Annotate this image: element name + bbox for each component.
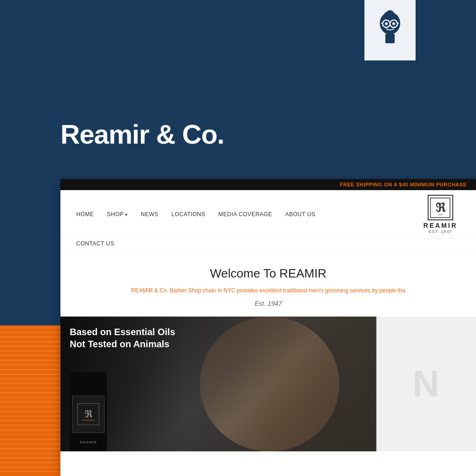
main-title: Reamir & Co. — [60, 119, 224, 150]
orange-lines-decoration — [0, 325, 60, 476]
overlay-line1: Based on Essential Oils — [70, 326, 175, 338]
svg-point-8 — [385, 22, 388, 25]
nav-bar-second: CONTACT US — [60, 239, 476, 252]
reamir-logo-badge: ℜ — [428, 195, 453, 220]
nav-about-us[interactable]: ABOUT US — [278, 203, 322, 226]
nav-bar: HOME SHOP NEWS LOCATIONS MEDIA COVERAGE … — [60, 190, 476, 239]
bottle-label: ℜ — [72, 396, 105, 433]
nav-news[interactable]: NEWS — [134, 203, 165, 226]
right-letter: N — [413, 363, 440, 405]
overlay-line2: Not Tested on Animals — [70, 338, 175, 350]
website-mockup: FREE SHIPPING ON A $40 MINIMUM PURCHASE … — [60, 179, 476, 476]
man-overlay-text: Based on Essential Oils Not Tested on An… — [70, 326, 175, 350]
man-image: Based on Essential Oils Not Tested on An… — [60, 317, 377, 451]
welcome-desc-text: REAMIR & Co. Barber Shop chain in NYC pr… — [131, 287, 405, 294]
bottom-image-area: Based on Essential Oils Not Tested on An… — [60, 317, 476, 451]
svg-text:ℜ: ℜ — [85, 409, 93, 419]
welcome-desc: REAMIR & Co. Barber Shop chain in NYC pr… — [129, 286, 408, 295]
welcome-est: Est. 1947 — [70, 300, 467, 307]
nav-shop[interactable]: SHOP — [100, 203, 134, 226]
bottle-brand-text: REAMIR — [70, 440, 107, 444]
nav-links: HOME SHOP NEWS LOCATIONS MEDIA COVERAGE … — [70, 203, 414, 226]
svg-rect-12 — [385, 34, 395, 43]
announcement-bar: FREE SHIPPING ON A $40 MINIMUM PURCHASE — [60, 179, 476, 190]
nav-contact-us[interactable]: CONTACT US — [70, 232, 121, 255]
nav-logo: ℜ REAMIR EST. 1947 — [414, 190, 467, 238]
reamir-brand-name: REAMIR — [423, 222, 457, 229]
reamir-est-year: EST. 1947 — [429, 229, 452, 234]
svg-point-2 — [384, 12, 389, 16]
svg-point-9 — [392, 22, 395, 25]
nerd-icon — [374, 7, 406, 53]
svg-text:ℜ: ℜ — [436, 201, 446, 215]
nav-media-coverage[interactable]: MEDIA COVERAGE — [212, 203, 279, 226]
nav-home[interactable]: HOME — [70, 203, 100, 226]
product-bottle: ℜ REAMIR — [70, 372, 107, 451]
logo-box — [364, 0, 416, 60]
right-partial-image: N — [376, 317, 476, 451]
welcome-section: Welcome To REAMIR REAMIR & Co. Barber Sh… — [60, 252, 476, 317]
nav-locations[interactable]: LOCATIONS — [165, 203, 212, 226]
welcome-title: Welcome To REAMIR — [70, 266, 467, 281]
announcement-text: FREE SHIPPING ON A $40 MINIMUM PURCHASE — [340, 182, 467, 187]
